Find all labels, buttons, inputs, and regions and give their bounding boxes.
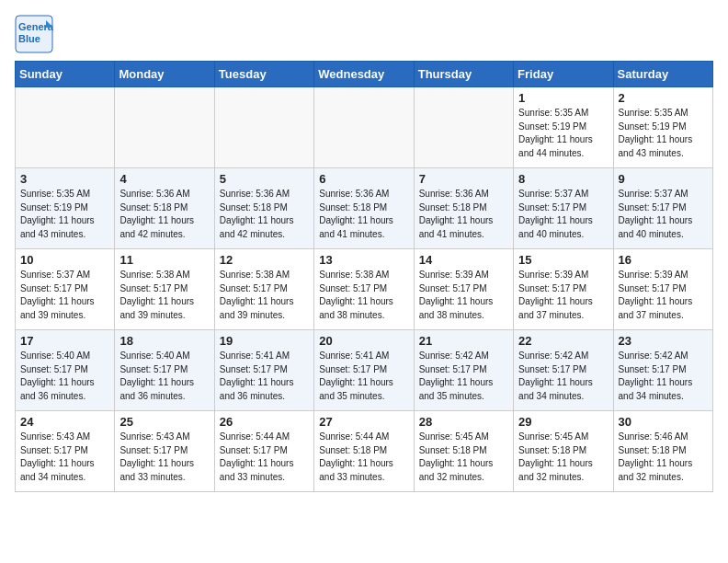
calendar-cell: 19Sunrise: 5:41 AM Sunset: 5:17 PM Dayli… (214, 330, 313, 411)
calendar-week-row: 10Sunrise: 5:37 AM Sunset: 5:17 PM Dayli… (16, 249, 713, 330)
logo-svg: General Blue (15, 15, 53, 53)
day-number: 12 (220, 253, 309, 267)
day-info: Sunrise: 5:40 AM Sunset: 5:17 PM Dayligh… (119, 350, 209, 403)
calendar-week-row: 1Sunrise: 5:35 AM Sunset: 5:19 PM Daylig… (16, 87, 713, 168)
calendar-cell: 12Sunrise: 5:38 AM Sunset: 5:17 PM Dayli… (214, 249, 313, 330)
day-number: 20 (319, 334, 408, 348)
day-info: Sunrise: 5:43 AM Sunset: 5:17 PM Dayligh… (119, 431, 209, 484)
day-info: Sunrise: 5:44 AM Sunset: 5:18 PM Dayligh… (319, 431, 408, 484)
calendar-cell: 25Sunrise: 5:43 AM Sunset: 5:17 PM Dayli… (115, 411, 214, 492)
header-wednesday: Wednesday (314, 62, 414, 87)
calendar-header-row: SundayMondayTuesdayWednesdayThursdayFrid… (16, 62, 713, 87)
calendar-cell: 6Sunrise: 5:36 AM Sunset: 5:18 PM Daylig… (314, 168, 414, 249)
calendar-cell: 9Sunrise: 5:37 AM Sunset: 5:17 PM Daylig… (613, 168, 712, 249)
header-thursday: Thursday (414, 62, 513, 87)
day-info: Sunrise: 5:43 AM Sunset: 5:17 PM Dayligh… (20, 431, 109, 484)
day-info: Sunrise: 5:42 AM Sunset: 5:17 PM Dayligh… (419, 350, 508, 403)
day-info: Sunrise: 5:36 AM Sunset: 5:18 PM Dayligh… (419, 188, 508, 241)
day-number: 23 (619, 334, 708, 348)
page-header: General Blue (15, 15, 713, 53)
calendar-cell: 23Sunrise: 5:42 AM Sunset: 5:17 PM Dayli… (613, 330, 712, 411)
calendar-cell: 14Sunrise: 5:39 AM Sunset: 5:17 PM Dayli… (414, 249, 513, 330)
calendar-table: SundayMondayTuesdayWednesdayThursdayFrid… (15, 61, 713, 492)
day-number: 3 (20, 172, 109, 186)
calendar-cell (314, 87, 414, 168)
day-number: 10 (20, 253, 109, 267)
day-info: Sunrise: 5:37 AM Sunset: 5:17 PM Dayligh… (518, 188, 608, 241)
svg-text:Blue: Blue (18, 33, 40, 44)
day-info: Sunrise: 5:42 AM Sunset: 5:17 PM Dayligh… (619, 350, 708, 403)
day-number: 5 (220, 172, 309, 186)
day-info: Sunrise: 5:45 AM Sunset: 5:18 PM Dayligh… (518, 431, 608, 484)
calendar-cell: 27Sunrise: 5:44 AM Sunset: 5:18 PM Dayli… (314, 411, 414, 492)
calendar-week-row: 24Sunrise: 5:43 AM Sunset: 5:17 PM Dayli… (16, 411, 713, 492)
logo-container: General Blue (15, 15, 53, 53)
calendar-cell: 21Sunrise: 5:42 AM Sunset: 5:17 PM Dayli… (414, 330, 513, 411)
calendar-week-row: 3Sunrise: 5:35 AM Sunset: 5:19 PM Daylig… (16, 168, 713, 249)
day-info: Sunrise: 5:46 AM Sunset: 5:18 PM Dayligh… (619, 431, 708, 484)
day-info: Sunrise: 5:39 AM Sunset: 5:17 PM Dayligh… (518, 269, 608, 322)
day-info: Sunrise: 5:42 AM Sunset: 5:17 PM Dayligh… (518, 350, 608, 403)
day-info: Sunrise: 5:39 AM Sunset: 5:17 PM Dayligh… (419, 269, 508, 322)
day-number: 13 (319, 253, 408, 267)
day-info: Sunrise: 5:37 AM Sunset: 5:17 PM Dayligh… (619, 188, 708, 241)
day-info: Sunrise: 5:41 AM Sunset: 5:17 PM Dayligh… (220, 350, 309, 403)
calendar-cell: 16Sunrise: 5:39 AM Sunset: 5:17 PM Dayli… (613, 249, 712, 330)
calendar-cell (115, 87, 214, 168)
day-info: Sunrise: 5:39 AM Sunset: 5:17 PM Dayligh… (619, 269, 708, 322)
calendar-cell: 11Sunrise: 5:38 AM Sunset: 5:17 PM Dayli… (115, 249, 214, 330)
day-number: 29 (518, 415, 608, 429)
day-info: Sunrise: 5:38 AM Sunset: 5:17 PM Dayligh… (220, 269, 309, 322)
day-info: Sunrise: 5:38 AM Sunset: 5:17 PM Dayligh… (319, 269, 408, 322)
day-number: 11 (119, 253, 209, 267)
day-info: Sunrise: 5:38 AM Sunset: 5:17 PM Dayligh… (119, 269, 209, 322)
day-number: 8 (518, 172, 608, 186)
day-info: Sunrise: 5:36 AM Sunset: 5:18 PM Dayligh… (319, 188, 408, 241)
calendar-cell: 8Sunrise: 5:37 AM Sunset: 5:17 PM Daylig… (514, 168, 613, 249)
day-number: 26 (220, 415, 309, 429)
calendar-cell: 4Sunrise: 5:36 AM Sunset: 5:18 PM Daylig… (115, 168, 214, 249)
header-monday: Monday (115, 62, 214, 87)
calendar-cell: 22Sunrise: 5:42 AM Sunset: 5:17 PM Dayli… (514, 330, 613, 411)
calendar-cell: 2Sunrise: 5:35 AM Sunset: 5:19 PM Daylig… (613, 87, 712, 168)
day-number: 9 (619, 172, 708, 186)
day-info: Sunrise: 5:35 AM Sunset: 5:19 PM Dayligh… (619, 107, 708, 160)
calendar-cell: 5Sunrise: 5:36 AM Sunset: 5:18 PM Daylig… (214, 168, 313, 249)
day-number: 14 (419, 253, 508, 267)
calendar-cell: 29Sunrise: 5:45 AM Sunset: 5:18 PM Dayli… (514, 411, 613, 492)
day-number: 2 (619, 91, 708, 105)
day-number: 21 (419, 334, 508, 348)
calendar-cell: 1Sunrise: 5:35 AM Sunset: 5:19 PM Daylig… (514, 87, 613, 168)
calendar-cell: 17Sunrise: 5:40 AM Sunset: 5:17 PM Dayli… (16, 330, 115, 411)
day-number: 4 (119, 172, 209, 186)
day-info: Sunrise: 5:37 AM Sunset: 5:17 PM Dayligh… (20, 269, 109, 322)
day-number: 7 (419, 172, 508, 186)
day-info: Sunrise: 5:35 AM Sunset: 5:19 PM Dayligh… (20, 188, 109, 241)
calendar-cell: 18Sunrise: 5:40 AM Sunset: 5:17 PM Dayli… (115, 330, 214, 411)
day-info: Sunrise: 5:36 AM Sunset: 5:18 PM Dayligh… (220, 188, 309, 241)
calendar-cell (414, 87, 513, 168)
day-number: 16 (619, 253, 708, 267)
calendar-cell: 3Sunrise: 5:35 AM Sunset: 5:19 PM Daylig… (16, 168, 115, 249)
day-number: 15 (518, 253, 608, 267)
day-number: 6 (319, 172, 408, 186)
calendar-week-row: 17Sunrise: 5:40 AM Sunset: 5:17 PM Dayli… (16, 330, 713, 411)
calendar-cell (214, 87, 313, 168)
calendar-cell: 7Sunrise: 5:36 AM Sunset: 5:18 PM Daylig… (414, 168, 513, 249)
calendar-cell: 15Sunrise: 5:39 AM Sunset: 5:17 PM Dayli… (514, 249, 613, 330)
calendar-cell: 30Sunrise: 5:46 AM Sunset: 5:18 PM Dayli… (613, 411, 712, 492)
day-number: 1 (518, 91, 608, 105)
day-number: 25 (119, 415, 209, 429)
day-number: 28 (419, 415, 508, 429)
day-number: 22 (518, 334, 608, 348)
day-number: 19 (220, 334, 309, 348)
day-info: Sunrise: 5:44 AM Sunset: 5:17 PM Dayligh… (220, 431, 309, 484)
calendar-cell: 13Sunrise: 5:38 AM Sunset: 5:17 PM Dayli… (314, 249, 414, 330)
calendar-cell: 10Sunrise: 5:37 AM Sunset: 5:17 PM Dayli… (16, 249, 115, 330)
calendar-cell: 26Sunrise: 5:44 AM Sunset: 5:17 PM Dayli… (214, 411, 313, 492)
header-sunday: Sunday (16, 62, 115, 87)
logo: General Blue (15, 15, 53, 53)
day-number: 24 (20, 415, 109, 429)
day-number: 18 (119, 334, 209, 348)
calendar-cell: 24Sunrise: 5:43 AM Sunset: 5:17 PM Dayli… (16, 411, 115, 492)
